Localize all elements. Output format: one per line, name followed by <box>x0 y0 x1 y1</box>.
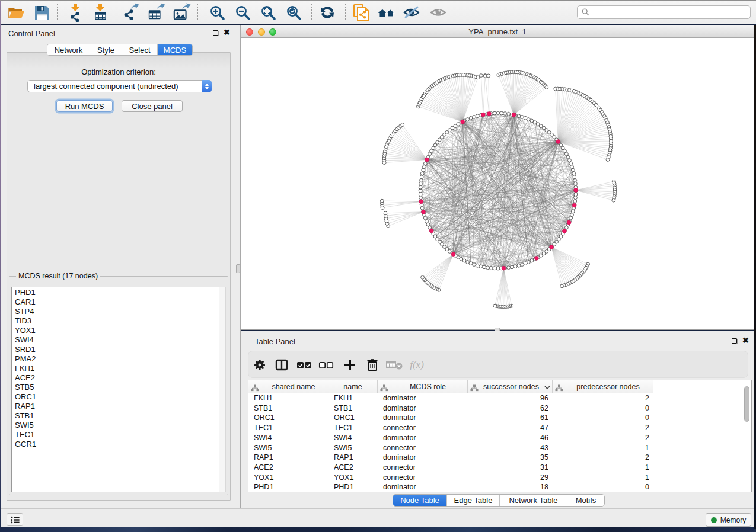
mcds-node-item[interactable]: YOX1 <box>15 326 217 335</box>
network-node[interactable] <box>420 206 424 210</box>
network-node[interactable] <box>419 185 422 189</box>
delete-column-icon[interactable] <box>363 356 381 374</box>
network-node[interactable] <box>606 158 610 162</box>
memory-button[interactable]: Memory <box>706 513 751 527</box>
mcds-node-item[interactable]: ACE2 <box>15 373 217 383</box>
hide-selected-icon[interactable] <box>402 3 421 22</box>
network-node[interactable] <box>483 265 486 269</box>
tab-mcds[interactable]: MCDS <box>158 44 192 55</box>
network-node[interactable] <box>473 263 476 267</box>
network-node[interactable] <box>423 162 427 165</box>
network-dominator-node[interactable] <box>429 229 433 233</box>
table-row[interactable]: ORC1ORC1dominator610 <box>248 413 751 422</box>
tab-edge-table[interactable]: Edge Table <box>447 495 500 506</box>
zoom-in-icon[interactable] <box>208 3 227 22</box>
table-row[interactable]: SWI4SWI4dominator462 <box>248 433 751 443</box>
network-node[interactable] <box>479 74 483 78</box>
network-node[interactable] <box>380 199 384 203</box>
network-node[interactable] <box>521 263 524 267</box>
export-image-icon[interactable] <box>173 3 192 22</box>
network-node[interactable] <box>466 118 470 121</box>
mcds-node-item[interactable]: ORC1 <box>15 392 217 402</box>
network-node[interactable] <box>422 168 425 172</box>
network-node[interactable] <box>423 165 426 169</box>
network-node[interactable] <box>573 179 577 182</box>
network-node[interactable] <box>384 211 387 215</box>
tab-network-table[interactable]: Network Table <box>500 495 567 506</box>
mcds-node-item[interactable]: STB1 <box>15 411 217 421</box>
close-table-panel-icon[interactable]: ✖ <box>742 338 749 344</box>
network-node[interactable] <box>570 165 574 169</box>
network-node[interactable] <box>568 159 572 162</box>
network-node[interactable] <box>507 112 511 116</box>
mcds-node-item[interactable]: SWI4 <box>15 335 217 345</box>
network-node[interactable] <box>421 275 425 279</box>
mcds-node-item[interactable]: STP4 <box>15 307 217 316</box>
network-node[interactable] <box>401 123 404 127</box>
export-table-icon[interactable] <box>147 3 166 22</box>
close-panel-button[interactable]: Close panel <box>122 100 183 112</box>
table-scrollbar-thumb[interactable] <box>744 386 749 422</box>
tab-node-table[interactable]: Node Table <box>393 495 447 506</box>
mcds-node-item[interactable]: PMA2 <box>15 354 217 364</box>
network-node[interactable] <box>489 267 493 270</box>
network-node[interactable] <box>496 267 500 270</box>
tab-network[interactable]: Network <box>47 44 90 55</box>
network-node[interactable] <box>574 193 578 196</box>
network-node[interactable] <box>469 116 473 120</box>
splitter-handle[interactable] <box>236 264 240 273</box>
run-mcds-button[interactable]: Run MCDS <box>56 100 113 112</box>
network-node[interactable] <box>517 114 521 118</box>
network-dominator-node[interactable] <box>481 113 485 117</box>
zoom-out-icon[interactable] <box>233 3 252 22</box>
network-node[interactable] <box>524 116 527 120</box>
table-row[interactable]: YOX1YOX1connector291 <box>248 473 751 482</box>
save-session-icon[interactable] <box>32 3 51 22</box>
network-dominator-node[interactable] <box>572 203 576 207</box>
column-layout-icon[interactable] <box>273 356 291 374</box>
export-network-icon[interactable] <box>122 3 141 22</box>
network-node[interactable] <box>574 196 578 200</box>
network-node[interactable] <box>545 86 548 89</box>
network-node[interactable] <box>419 196 423 200</box>
network-dominator-node[interactable] <box>567 220 571 225</box>
network-node[interactable] <box>473 116 476 119</box>
criterion-dropdown[interactable]: largest connected component (undirected) <box>27 80 212 92</box>
network-node[interactable] <box>493 304 497 307</box>
network-dominator-node[interactable] <box>487 111 492 116</box>
network-node[interactable] <box>612 198 615 202</box>
network-node[interactable] <box>571 168 575 172</box>
mcds-node-item[interactable]: TID3 <box>15 316 217 326</box>
network-node[interactable] <box>419 182 423 185</box>
network-node[interactable] <box>469 262 473 265</box>
unselect-all-columns-icon[interactable] <box>317 356 335 374</box>
network-node[interactable] <box>493 111 496 115</box>
network-node[interactable] <box>569 162 573 165</box>
tab-motifs[interactable]: Motifs <box>567 495 604 506</box>
mcds-node-item[interactable]: SWI5 <box>15 421 217 430</box>
column-header-shared-name[interactable]: shared name <box>248 380 328 393</box>
network-node[interactable] <box>571 210 575 213</box>
network-dominator-node[interactable] <box>512 113 516 117</box>
network-dominator-node[interactable] <box>461 120 465 124</box>
network-dominator-node[interactable] <box>556 140 560 144</box>
network-node[interactable] <box>517 264 521 267</box>
column-header-predecessor-nodes[interactable]: predecessor nodes <box>553 380 653 393</box>
network-node[interactable] <box>425 220 429 223</box>
network-node[interactable] <box>500 111 503 115</box>
network-node[interactable] <box>476 76 480 79</box>
network-node[interactable] <box>573 200 577 203</box>
network-dominator-node[interactable] <box>419 200 423 204</box>
search-input[interactable] <box>592 8 750 17</box>
search-box[interactable] <box>577 5 751 19</box>
network-node[interactable] <box>493 267 496 270</box>
network-dominator-node[interactable] <box>574 188 578 193</box>
column-header-MCDS-role[interactable]: MCDS role <box>378 380 468 393</box>
network-node[interactable] <box>419 189 422 193</box>
import-table-icon[interactable] <box>91 3 110 22</box>
network-dominator-node[interactable] <box>563 229 567 233</box>
mcds-result-list[interactable]: PHD1CAR1STP4TID3YOX1SWI4SRD1PMA2FKH1ACE2… <box>11 287 226 492</box>
network-node[interactable] <box>476 114 479 118</box>
network-dominator-node[interactable] <box>502 266 506 270</box>
table-settings-icon[interactable] <box>251 356 269 374</box>
